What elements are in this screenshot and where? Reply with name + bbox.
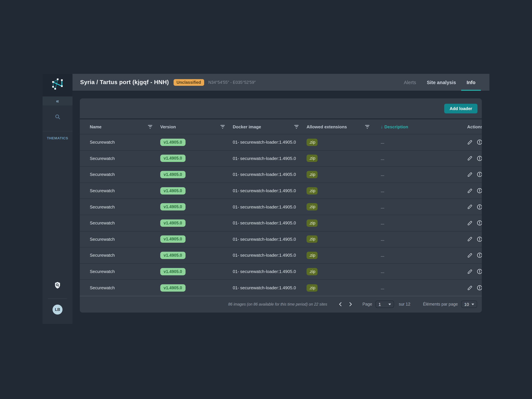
- column-header-docker-image: Docker image: [233, 124, 261, 129]
- info-circle-icon[interactable]: [477, 220, 482, 226]
- site-coordinates: N34°54'55″ - E035°52'59″: [208, 80, 256, 85]
- table-row: Securewatch v1.4905.0 01- securewatch-lo…: [80, 215, 482, 231]
- edit-pencil-icon[interactable]: [467, 204, 473, 209]
- edit-pencil-icon[interactable]: [467, 237, 473, 242]
- info-circle-icon[interactable]: [477, 236, 482, 242]
- extension-badge: .zip: [307, 284, 318, 291]
- header-tabs: Alerts Site analysis Info: [399, 74, 489, 91]
- version-badge: v1.4905.0: [160, 187, 185, 194]
- shield-magnifier-icon: [54, 282, 61, 290]
- table-row: Securewatch v1.4905.0 01- securewatch-lo…: [80, 199, 482, 215]
- user-avatar[interactable]: LB: [52, 304, 63, 315]
- version-badge: v1.4905.0: [160, 252, 185, 259]
- info-circle-icon[interactable]: [477, 253, 482, 258]
- extension-badge: .zip: [307, 171, 318, 178]
- row-name: Securewatch: [90, 140, 160, 145]
- edit-pencil-icon[interactable]: [467, 140, 473, 145]
- column-header-actions: Actions: [467, 124, 482, 129]
- filter-icon[interactable]: [294, 125, 298, 128]
- row-docker-image: 01- securewatch-loader:1.4905.0: [233, 269, 307, 274]
- logo-block: [43, 74, 72, 96]
- row-docker-image: 01- securewatch-loader:1.4905.0: [233, 140, 307, 145]
- column-header-version: Version: [160, 124, 176, 129]
- edit-pencil-icon[interactable]: [467, 156, 473, 161]
- site-header: Syria / Tartus port (kjgqf - HNH) Unclas…: [72, 74, 489, 91]
- table-row: Securewatch v1.4905.0 01- securewatch-lo…: [80, 280, 482, 296]
- previous-page-button[interactable]: [338, 302, 342, 307]
- version-badge: v1.4905.0: [160, 268, 185, 275]
- row-description: ...: [377, 269, 467, 274]
- edit-pencil-icon[interactable]: [467, 253, 473, 258]
- sidebar-search-button[interactable]: [55, 114, 60, 121]
- column-header-allowed-extensions: Allowed extensions: [307, 124, 347, 129]
- column-header-description-sort[interactable]: ↓ Description: [377, 124, 467, 129]
- table-row: Securewatch v1.4905.0 01- securewatch-lo…: [80, 151, 482, 167]
- edit-pencil-icon[interactable]: [467, 188, 473, 193]
- page-select-value: 1: [379, 302, 381, 307]
- version-badge: v1.4905.0: [160, 203, 185, 210]
- info-circle-icon[interactable]: [477, 139, 482, 145]
- loaders-table: Name Version Docker image Allowed extens…: [80, 119, 482, 313]
- sidebar-collapse-button[interactable]: «: [43, 96, 72, 105]
- extension-badge: .zip: [307, 236, 318, 243]
- card-toolbar: Add loader: [80, 98, 482, 118]
- version-badge: v1.4905.0: [160, 139, 185, 146]
- version-badge: v1.4905.0: [160, 236, 185, 243]
- info-circle-icon[interactable]: [477, 269, 482, 274]
- table-row: Securewatch v1.4905.0 01- securewatch-lo…: [80, 183, 482, 199]
- row-description: ...: [377, 156, 467, 161]
- page-count-label: sur 12: [399, 302, 411, 307]
- row-name: Securewatch: [90, 188, 160, 193]
- thematics-section-label: THEMATICS: [47, 136, 68, 140]
- info-circle-icon[interactable]: [477, 204, 482, 210]
- caret-down-icon: [388, 304, 391, 305]
- edit-pencil-icon[interactable]: [467, 221, 473, 226]
- edit-pencil-icon[interactable]: [467, 269, 473, 274]
- version-badge: v1.4905.0: [160, 219, 185, 227]
- tab-alerts[interactable]: Alerts: [399, 74, 421, 91]
- extension-badge: .zip: [307, 268, 318, 275]
- extension-badge: .zip: [307, 203, 318, 210]
- extension-badge: .zip: [307, 187, 318, 194]
- chevron-right-icon: [349, 302, 352, 307]
- network-graph-logo-icon: [50, 77, 65, 93]
- table-row: Securewatch v1.4905.0 01- securewatch-lo…: [80, 167, 482, 183]
- security-watch-button[interactable]: [54, 282, 61, 290]
- version-badge: v1.4905.0: [160, 171, 185, 178]
- loaders-card: Add loader Name Version Docker image: [80, 98, 482, 313]
- row-docker-image: 01- securewatch-loader:1.4905.0: [233, 172, 307, 177]
- sort-desc-arrow-icon: ↓: [381, 124, 383, 129]
- row-description: ...: [377, 204, 467, 209]
- info-circle-icon[interactable]: [477, 156, 482, 161]
- filter-icon[interactable]: [365, 125, 369, 128]
- items-per-page-select[interactable]: 10: [461, 301, 477, 308]
- add-loader-button[interactable]: Add loader: [444, 104, 477, 113]
- table-row: Securewatch v1.4905.0 01- securewatch-lo…: [80, 247, 482, 264]
- app-root: « THEMATICS: [0, 0, 532, 399]
- column-header-description: Description: [384, 124, 408, 129]
- edit-pencil-icon[interactable]: [467, 172, 473, 177]
- column-header-name: Name: [90, 124, 101, 129]
- info-circle-icon[interactable]: [477, 172, 482, 177]
- items-per-page-label: Éléments par page: [423, 302, 458, 307]
- version-badge: v1.4905.0: [160, 155, 185, 162]
- items-per-page-value: 10: [464, 302, 469, 307]
- filter-icon[interactable]: [221, 125, 225, 128]
- info-circle-icon[interactable]: [477, 285, 482, 291]
- row-docker-image: 01- securewatch-loader:1.4905.0: [233, 204, 307, 209]
- version-badge: v1.4905.0: [160, 284, 185, 291]
- row-description: ...: [377, 221, 467, 226]
- extension-badge: .zip: [307, 252, 318, 259]
- page-label: Page: [362, 302, 372, 307]
- edit-pencil-icon[interactable]: [467, 285, 473, 291]
- row-name: Securewatch: [90, 156, 160, 161]
- row-docker-image: 01- securewatch-loader:1.4905.0: [233, 253, 307, 258]
- info-circle-icon[interactable]: [477, 188, 482, 194]
- tab-info[interactable]: Info: [461, 74, 481, 91]
- tab-site-analysis[interactable]: Site analysis: [421, 74, 461, 91]
- row-docker-image: 01- securewatch-loader:1.4905.0: [233, 285, 307, 290]
- row-name: Securewatch: [90, 172, 160, 177]
- next-page-button[interactable]: [349, 302, 352, 307]
- page-select[interactable]: 1: [376, 301, 394, 308]
- filter-icon[interactable]: [148, 125, 152, 128]
